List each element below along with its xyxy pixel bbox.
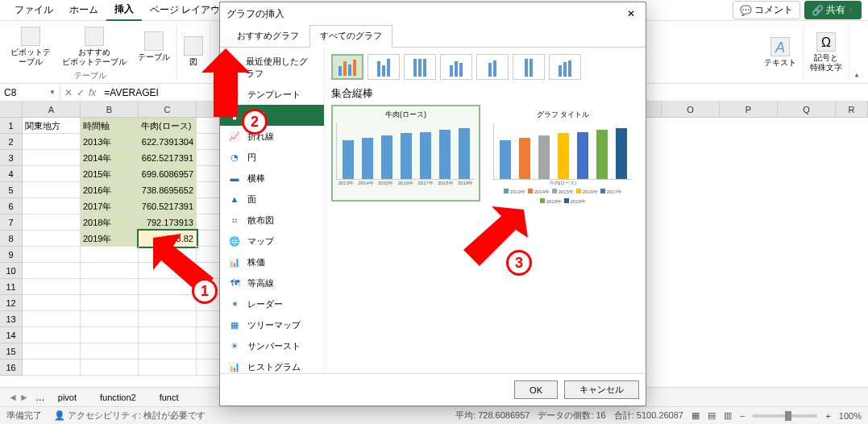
cell[interactable]: 760.5217391 [139, 198, 197, 214]
subtype-3d-column[interactable] [549, 54, 581, 80]
row-header[interactable]: 7 [0, 214, 23, 231]
status-accessibility[interactable]: 👤 アクセシビリティ: 検討が必要です [54, 409, 206, 422]
enter-icon[interactable]: ✓ [77, 87, 85, 98]
subtype-100-stacked[interactable] [404, 54, 436, 80]
chart-type-item[interactable]: 📈折れ線 [220, 126, 324, 147]
zoom-in-icon[interactable]: + [825, 411, 830, 421]
chart-type-item[interactable]: ↺最近使用したグラフ [220, 52, 324, 84]
fx-icon[interactable]: fx [89, 87, 96, 98]
sheet-more[interactable]: … [35, 392, 45, 403]
cell[interactable] [23, 295, 81, 311]
cell[interactable] [81, 295, 139, 311]
cell[interactable]: 2017年 [81, 198, 139, 214]
menu-insert[interactable]: 挿入 [106, 0, 142, 21]
col-header-c[interactable]: C [139, 102, 197, 118]
cell[interactable]: 関東地方 [23, 118, 81, 134]
cell[interactable] [139, 279, 197, 295]
col-header-q[interactable]: Q [778, 102, 836, 118]
row-header[interactable]: 3 [0, 150, 23, 166]
row-header[interactable]: 10 [0, 263, 23, 279]
recommended-pivot-button[interactable]: おすすめ ピボットテーブル [60, 25, 129, 69]
cell[interactable]: 622.7391304 [139, 134, 197, 150]
cell[interactable] [23, 327, 81, 343]
cell[interactable] [23, 279, 81, 295]
cell[interactable] [23, 182, 81, 198]
preview-chart-2[interactable]: グラフ タイトル 牛肉(ロース) 2013年 2014年 2015年 2016年… [488, 105, 638, 202]
cell[interactable] [139, 327, 197, 343]
zoom-thumb[interactable] [785, 411, 791, 421]
view-page-icon[interactable]: ▤ [708, 410, 716, 421]
sheet-tab-function2[interactable]: function2 [89, 389, 147, 405]
row-header[interactable]: 4 [0, 166, 23, 182]
subtype-3d-100[interactable] [513, 54, 545, 80]
col-header-o[interactable]: O [662, 102, 720, 118]
zoom-value[interactable]: 100% [839, 411, 862, 421]
row-header[interactable]: 8 [0, 231, 23, 247]
row-header[interactable]: 16 [0, 360, 23, 376]
cell[interactable] [81, 311, 139, 327]
cell[interactable]: 823.82 [139, 231, 197, 247]
cell[interactable] [81, 343, 139, 360]
dialog-titlebar[interactable]: グラフの挿入 ✕ [220, 2, 646, 25]
name-box[interactable]: C8 ▼ [0, 85, 60, 100]
menu-file[interactable]: ファイル [6, 0, 61, 20]
sheet-tab-pivot[interactable]: pivot [48, 389, 87, 405]
sheet-nav[interactable]: ◄ ► [4, 392, 33, 403]
chart-type-item[interactable]: 🗺等高線 [220, 272, 324, 293]
row-header[interactable]: 6 [0, 198, 23, 214]
cell[interactable] [23, 247, 81, 263]
cell[interactable] [23, 198, 81, 214]
view-normal-icon[interactable]: ▦ [691, 410, 700, 421]
ribbon-collapse-button[interactable]: ▼ [849, 69, 864, 81]
chart-type-item[interactable]: ▲面 [220, 189, 324, 210]
sheet-prev-icon[interactable]: ◄ [8, 392, 18, 403]
row-header[interactable]: 9 [0, 247, 23, 263]
illustrations-button[interactable]: 図 [181, 35, 206, 69]
cell[interactable] [23, 231, 81, 247]
subtype-3d-stacked[interactable] [476, 54, 509, 80]
cell[interactable] [23, 134, 81, 150]
zoom-out-icon[interactable]: − [740, 411, 745, 421]
chart-type-item[interactable]: ▭テンプレート [220, 84, 324, 105]
cell[interactable] [139, 247, 197, 263]
cell[interactable] [81, 263, 139, 279]
cell[interactable]: 2013年 [81, 134, 139, 150]
sheet-tab-funct[interactable]: funct [149, 389, 189, 405]
cell[interactable] [139, 295, 197, 311]
subtype-3d-clustered[interactable] [440, 54, 472, 80]
subtype-stacked-column[interactable] [368, 54, 400, 80]
menu-home[interactable]: ホーム [61, 0, 106, 20]
cell[interactable]: 2015年 [81, 166, 139, 182]
cell[interactable] [23, 343, 81, 360]
symbols-button[interactable]: Ω 記号と 特殊文字 [808, 31, 845, 74]
row-header[interactable]: 11 [0, 279, 23, 295]
sheet-next-icon[interactable]: ► [19, 392, 29, 403]
close-icon[interactable]: ✕ [623, 6, 639, 21]
cell[interactable] [23, 214, 81, 231]
cell[interactable]: 2018年 [81, 214, 139, 231]
chart-type-item[interactable]: 📊株価 [220, 251, 324, 272]
view-pagebreak-icon[interactable]: ▥ [724, 410, 732, 421]
pivot-table-button[interactable]: ピボットテ ーブル [8, 25, 53, 69]
chart-type-item[interactable]: ✴レーダー [220, 293, 324, 314]
cell[interactable]: 792.173913 [139, 214, 197, 231]
col-header-p[interactable]: P [720, 102, 778, 118]
cell[interactable]: 699.6086957 [139, 166, 197, 182]
cell[interactable]: 牛肉(ロース) [139, 118, 197, 134]
cell[interactable] [139, 263, 197, 279]
cell[interactable]: 2016年 [81, 182, 139, 198]
chart-type-item[interactable]: ▦ツリーマップ [220, 314, 324, 335]
chart-type-item[interactable]: ◔円 [220, 147, 324, 168]
chart-type-item[interactable]: 📊ヒストグラム [220, 356, 324, 373]
subtype-clustered-column[interactable] [331, 54, 363, 80]
comment-button[interactable]: 💬 コメント [733, 1, 800, 19]
row-header[interactable]: 1 [0, 118, 23, 134]
row-header[interactable]: 5 [0, 182, 23, 198]
cell[interactable] [23, 166, 81, 182]
cell[interactable] [23, 311, 81, 327]
cell[interactable]: 2014年 [81, 150, 139, 166]
cell[interactable]: 時間軸 [81, 118, 139, 134]
row-header[interactable]: 2 [0, 134, 23, 150]
dialog-tab-recommended[interactable]: おすすめグラフ [226, 25, 309, 47]
chart-type-item[interactable]: ⠶散布図 [220, 210, 324, 231]
